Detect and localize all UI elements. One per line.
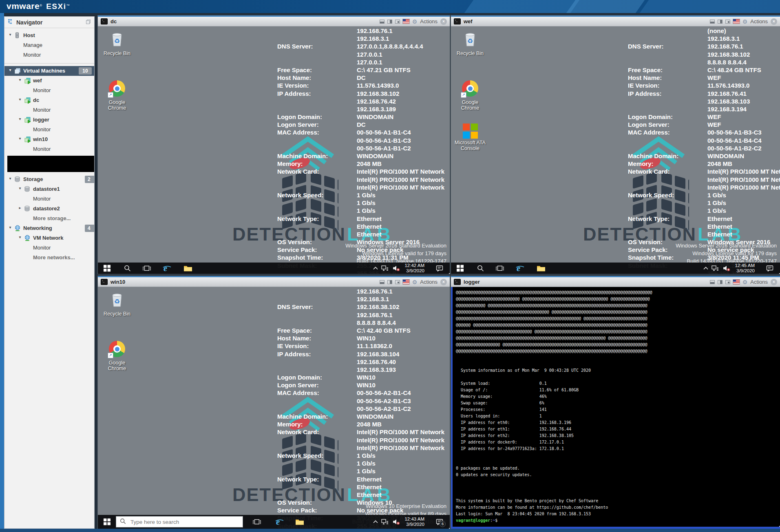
- actions-menu[interactable]: Actions: [750, 18, 768, 24]
- keyboard-layout-flag-icon[interactable]: [733, 280, 740, 284]
- keyboard-layout-flag-icon[interactable]: [403, 280, 409, 284]
- close-console-icon[interactable]: ×: [771, 18, 777, 25]
- taskbar-clock[interactable]: 12:45 AM3/9/2020: [735, 263, 755, 274]
- resize-grip[interactable]: [447, 526, 448, 527]
- vm-desktop-win10[interactable]: DETECTIONLAB ♻Recycle Bin↗Google Chrome …: [98, 287, 450, 529]
- console-maximize-icon[interactable]: [718, 20, 723, 24]
- sidebar-item-host[interactable]: ▾Host: [4, 31, 94, 40]
- sidebar-item-wef[interactable]: ▾wef: [4, 76, 94, 86]
- sidebar-item-virtual-machines[interactable]: ▾Virtual Machines10: [4, 66, 94, 76]
- volume-muted-icon[interactable]: [393, 519, 400, 525]
- taskbar-clock[interactable]: 12:42 AM3/9/2020: [404, 263, 424, 274]
- sidebar-item-manage[interactable]: Manage: [4, 40, 94, 50]
- internet-explorer-icon[interactable]: e: [515, 264, 524, 273]
- console-popout-icon[interactable]: [710, 280, 715, 284]
- settings-gear-icon[interactable]: ⚙: [742, 279, 748, 285]
- console-maximize-icon[interactable]: [387, 20, 392, 24]
- chevron-down-icon[interactable]: ▾: [8, 32, 13, 37]
- action-center-icon[interactable]: [766, 265, 773, 272]
- keyboard-layout-flag-icon[interactable]: [733, 19, 740, 24]
- desktop-icon-recycle[interactable]: ♻Recycle Bin: [454, 31, 486, 56]
- console-titlebar-wef[interactable]: wef ⚙ Actions ×: [451, 17, 780, 26]
- chevron-down-icon[interactable]: ▾: [18, 97, 22, 102]
- network-tray-icon[interactable]: [381, 265, 389, 271]
- sidebar-item-vm-network[interactable]: ▾VM Network: [4, 233, 94, 243]
- console-popout-icon[interactable]: [380, 280, 384, 284]
- sidebar-item-monitor[interactable]: Monitor: [4, 243, 94, 253]
- console-titlebar-dc[interactable]: dc ⚙ Actions ×: [98, 17, 450, 26]
- keyboard-layout-flag-icon[interactable]: [403, 19, 409, 24]
- sidebar-item-dc[interactable]: ▾dc: [4, 95, 94, 105]
- chevron-down-icon[interactable]: ▾: [8, 68, 13, 72]
- network-tray-icon[interactable]: [381, 519, 389, 525]
- close-console-icon[interactable]: ×: [440, 279, 447, 285]
- console-fullscreen-icon[interactable]: [725, 20, 730, 24]
- task-view-button[interactable]: [253, 519, 261, 525]
- chevron-down-icon[interactable]: ▾: [18, 77, 22, 82]
- start-button[interactable]: [104, 265, 110, 272]
- start-button[interactable]: [457, 265, 464, 272]
- taskbar-search-icon[interactable]: [477, 265, 484, 272]
- sidebar-item-more-networks[interactable]: More networks...: [4, 253, 94, 263]
- sidebar-item-datastore2[interactable]: ▸datastore2: [4, 204, 94, 214]
- edge-icon[interactable]: e: [275, 517, 284, 526]
- settings-gear-icon[interactable]: ⚙: [412, 19, 418, 24]
- close-console-icon[interactable]: ×: [771, 279, 777, 285]
- console-popout-icon[interactable]: [380, 20, 384, 24]
- tray-expand-chevron-icon[interactable]: [373, 267, 378, 270]
- taskbar-search-icon[interactable]: [124, 265, 131, 272]
- actions-menu[interactable]: Actions: [420, 18, 438, 24]
- desktop-icon-chrome[interactable]: ↗Google Chrome: [454, 80, 486, 111]
- sidebar-item-monitor[interactable]: Monitor: [4, 86, 94, 95]
- desktop-icon-chrome[interactable]: ↗Google Chrome: [101, 341, 133, 371]
- sidebar-item-more-storage[interactable]: More storage...: [4, 214, 94, 223]
- chevron-down-icon[interactable]: ▾: [18, 235, 22, 239]
- console-fullscreen-icon[interactable]: [395, 280, 400, 284]
- search-input[interactable]: [130, 519, 239, 525]
- sidebar-item-monitor[interactable]: Monitor: [4, 194, 94, 204]
- volume-muted-icon[interactable]: [723, 265, 730, 272]
- actions-menu[interactable]: Actions: [750, 279, 768, 285]
- desktop-icon-chrome[interactable]: ↗Google Chrome: [101, 80, 133, 111]
- console-fullscreen-icon[interactable]: [725, 280, 730, 284]
- taskbar-search-box[interactable]: [116, 516, 243, 528]
- sidebar-item-storage[interactable]: ▾Storage2: [4, 174, 94, 184]
- resize-grip[interactable]: [447, 272, 448, 272]
- console-maximize-icon[interactable]: [718, 280, 723, 284]
- sidebar-item-monitor[interactable]: Monitor: [4, 50, 94, 60]
- settings-gear-icon[interactable]: ⚙: [412, 279, 418, 285]
- vm-desktop-wef[interactable]: DETECTIONLAB ♻Recycle Bin↗Google ChromeM…: [451, 26, 780, 274]
- console-titlebar-logger[interactable]: logger ⚙ Actions ×: [451, 277, 780, 287]
- resize-grip[interactable]: [778, 524, 778, 525]
- chevron-down-icon[interactable]: ▾: [18, 186, 22, 190]
- file-explorer-icon[interactable]: [537, 265, 546, 272]
- task-view-button[interactable]: [143, 265, 151, 272]
- file-explorer-icon[interactable]: [183, 265, 192, 272]
- terminal[interactable]: @@@@@@@@@@@@@@@@@@@@@@@@@@@@@@@@@@@@@@@@…: [451, 287, 780, 529]
- sidebar-item-monitor[interactable]: Monitor: [4, 125, 94, 135]
- chevron-right-icon[interactable]: ▸: [18, 205, 22, 210]
- console-titlebar-win10[interactable]: win10 ⚙ Actions ×: [98, 277, 450, 287]
- start-button[interactable]: [104, 519, 110, 525]
- console-fullscreen-icon[interactable]: [395, 20, 400, 24]
- desktop-icon-recycle[interactable]: ♻Recycle Bin: [101, 291, 133, 317]
- tray-expand-chevron-icon[interactable]: [703, 267, 708, 270]
- taskbar-clock[interactable]: 12:43 AM3/9/2020: [404, 517, 424, 527]
- console-popout-icon[interactable]: [710, 20, 715, 24]
- vm-desktop-dc[interactable]: DETECTIONLAB ♻Recycle Bin↗Google Chrome …: [98, 26, 450, 274]
- file-explorer-icon[interactable]: [295, 519, 304, 525]
- chevron-down-icon[interactable]: ▾: [18, 117, 22, 121]
- sidebar-item-networking[interactable]: ▾Networking4: [4, 223, 94, 233]
- sidebar-item-win10[interactable]: ▾win10: [4, 135, 94, 144]
- sidebar-item-monitor[interactable]: Monitor: [4, 144, 94, 154]
- chevron-down-icon[interactable]: ▾: [8, 225, 13, 230]
- sidebar-item-logger[interactable]: ▾logger: [4, 115, 94, 125]
- desktop-icon-msata[interactable]: Microsoft ATA Console: [454, 123, 486, 151]
- settings-gear-icon[interactable]: ⚙: [742, 19, 748, 24]
- task-view-button[interactable]: [496, 265, 504, 272]
- chevron-down-icon[interactable]: ▾: [18, 136, 22, 141]
- actions-menu[interactable]: Actions: [420, 279, 438, 285]
- volume-muted-icon[interactable]: [393, 265, 400, 272]
- internet-explorer-icon[interactable]: e: [162, 264, 171, 273]
- resize-grip[interactable]: [778, 272, 778, 272]
